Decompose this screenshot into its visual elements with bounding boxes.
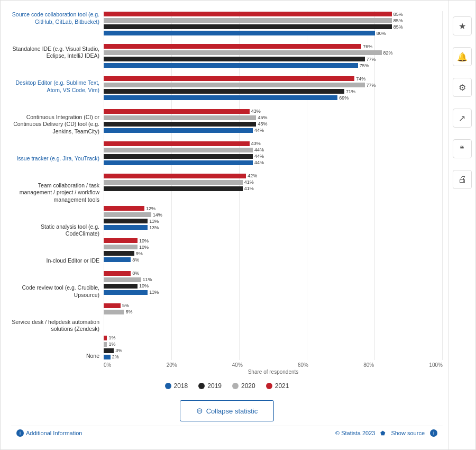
bar-value-label: 9%	[136, 251, 143, 256]
bar-value-label: 43%	[251, 109, 261, 114]
bar-row: 13%	[104, 218, 443, 224]
bar-group: 42%41%41%	[104, 173, 443, 198]
bar-row: 6%	[104, 309, 443, 315]
bar-value-label: 12%	[146, 206, 155, 211]
bar	[104, 148, 253, 152]
bar-value-label: 13%	[149, 225, 159, 230]
bar-row: 41%	[104, 179, 443, 185]
bar-row: 45%	[104, 115, 443, 121]
bar-value-label: 8%	[132, 271, 139, 276]
bar	[104, 290, 148, 295]
bar-value-label: 5%	[122, 303, 129, 308]
bar-group: 85%85%85%80%	[104, 11, 443, 36]
y-label: Desktop Editor (e.g. Sublime Text, Atom,…	[11, 79, 104, 94]
bar	[104, 76, 354, 81]
bar	[104, 219, 148, 223]
bar-value-label: 77%	[367, 57, 376, 62]
bar-row: 44%	[104, 154, 443, 159]
bar-value-label: 45%	[258, 115, 267, 120]
bar	[104, 128, 253, 133]
print-icon[interactable]: 🖨	[453, 170, 472, 189]
bar-value-label: 11%	[143, 277, 152, 282]
bar-row: 2%	[104, 354, 443, 360]
bell-icon[interactable]: 🔔	[453, 47, 472, 66]
bar-row: 80%	[104, 30, 443, 36]
bar-row: 1%	[104, 341, 443, 347]
y-label: Standalone IDE (e.g. Visual Studio, Ecli…	[11, 46, 104, 60]
legend-label: 2018	[174, 382, 188, 390]
bar-row: 8%	[104, 271, 443, 276]
bar-row: 77%	[104, 82, 443, 88]
x-tick: 80%	[363, 362, 374, 368]
gear-icon[interactable]: ⚙	[453, 78, 472, 97]
bar	[104, 251, 134, 256]
star-icon[interactable]: ★	[453, 16, 472, 35]
bar	[104, 212, 151, 217]
bar-row	[104, 322, 443, 328]
quote-icon[interactable]: ❝	[453, 139, 472, 158]
legend-item: 2019	[198, 382, 222, 390]
bar-value-label: 69%	[339, 95, 349, 101]
bar-row: 1%	[104, 335, 443, 341]
chart-wrapper: Source code collaboration tool (e.g. Git…	[11, 11, 443, 376]
bar-value-label: 10%	[139, 283, 149, 289]
collapse-button[interactable]: ⊖ Collapse statistic	[180, 400, 274, 421]
bar	[104, 50, 382, 55]
bar-value-label: 44%	[254, 160, 264, 165]
bar	[104, 44, 361, 49]
bar-row	[104, 192, 443, 198]
bar-row: 5%	[104, 303, 443, 309]
bar	[104, 245, 138, 249]
footer-left: i Additional Information	[16, 429, 82, 437]
bar-value-label: 8%	[132, 257, 139, 263]
additional-info-link[interactable]: Additional Information	[26, 430, 82, 436]
bar-value-label: 6%	[125, 309, 132, 314]
bar	[104, 122, 256, 127]
y-label: Team collaboration / task management / p…	[11, 182, 104, 204]
y-label: Static analysis tool (e.g. CodeClimate)	[11, 223, 104, 238]
x-tick: 0%	[104, 362, 111, 368]
collapse-label: Collapse statistic	[206, 407, 258, 415]
x-tick: 40%	[232, 362, 243, 368]
footer-right: © Statista 2023 ⬟ Show source i	[335, 429, 437, 437]
bar-row: 8%	[104, 257, 443, 263]
bar-value-label: 75%	[360, 63, 369, 68]
bar-value-label: 74%	[356, 76, 365, 82]
bar-row: 3%	[104, 348, 443, 354]
bar-row: 42%	[104, 173, 443, 179]
bar-row: 43%	[104, 109, 443, 114]
bar-value-label: 41%	[244, 179, 254, 185]
x-ticks: 0%20%40%60%80%100%	[104, 362, 443, 368]
bar-row: 85%	[104, 24, 443, 30]
bar-group: 43%44%44%44%	[104, 141, 443, 166]
statista-credit: © Statista 2023	[335, 430, 375, 436]
main-container: Source code collaboration tool (e.g. Git…	[0, 0, 476, 450]
bar-value-label: 44%	[254, 147, 264, 152]
legend-item: 2018	[165, 382, 188, 390]
bar	[104, 342, 107, 347]
share-icon[interactable]: ↗	[453, 109, 472, 128]
info-icon: i	[16, 429, 24, 437]
bar-group: 8%11%10%13%	[104, 271, 443, 295]
bar-group: 76%82%77%75%	[104, 43, 443, 68]
show-source-link[interactable]: Show source	[391, 430, 425, 436]
bar-value-label: 76%	[363, 44, 372, 49]
bar	[104, 277, 141, 282]
bar-group: 12%14%13%13%	[104, 205, 443, 230]
statista-icon: ⬟	[380, 430, 386, 437]
bar-group: 1%1%3%2%	[104, 335, 443, 360]
legend-item: 2020	[232, 382, 255, 390]
x-axis-label: Share of respondents	[104, 369, 443, 375]
bar-value-label: 3%	[115, 348, 122, 353]
bar-value-label: 10%	[139, 245, 149, 250]
bar	[104, 57, 365, 61]
bar-value-label: 13%	[149, 219, 159, 224]
bar-value-label: 85%	[393, 24, 403, 30]
bar	[104, 109, 250, 114]
x-tick: 20%	[167, 362, 177, 368]
show-source-info-icon: i	[430, 429, 437, 437]
bar-value-label: 85%	[393, 18, 403, 23]
bar	[104, 63, 358, 68]
bar-row: 76%	[104, 43, 443, 49]
bar-value-label: 71%	[346, 89, 355, 94]
